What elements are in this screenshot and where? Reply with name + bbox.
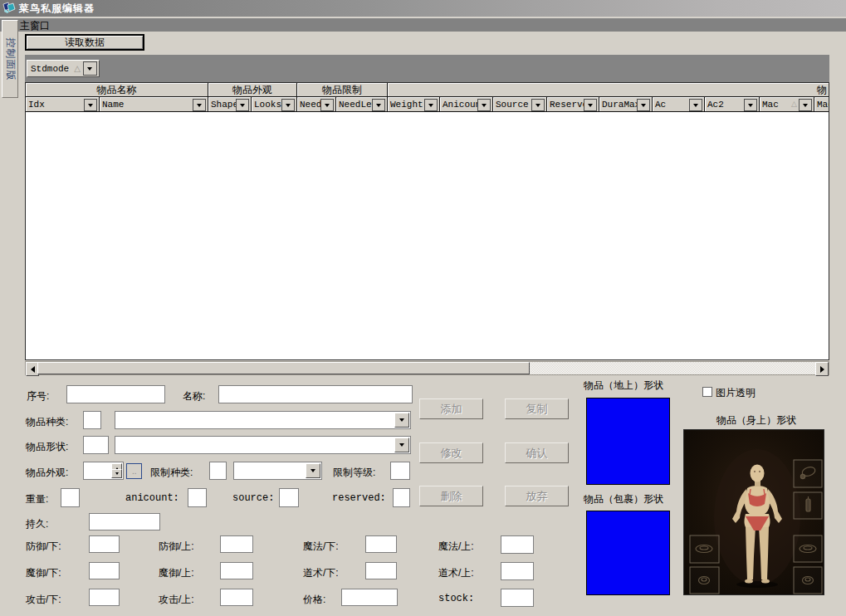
reserved-input[interactable] — [393, 488, 410, 507]
group-header-item-name[interactable]: 物品名称 — [26, 83, 208, 97]
column-filter-button[interactable] — [84, 99, 97, 111]
column-filter-button[interactable] — [689, 99, 702, 111]
browse-button[interactable]: .. — [126, 463, 142, 479]
stdmode-dropdown-button[interactable] — [83, 61, 97, 76]
column-header-weight-6[interactable]: Weight — [388, 97, 440, 112]
copy-button[interactable]: 复制 — [505, 398, 569, 419]
column-header-anicoun-7[interactable]: Anicoun — [440, 97, 493, 112]
column-filter-button[interactable] — [193, 99, 206, 111]
category-combobox[interactable] — [115, 411, 411, 429]
column-header-source-8[interactable]: Source — [493, 97, 547, 112]
category-combo-arrow[interactable] — [394, 413, 409, 428]
grid-body[interactable] — [26, 112, 829, 359]
confirm-button[interactable]: 确认 — [505, 442, 569, 463]
mac-low-input[interactable] — [89, 562, 120, 579]
ac-low-input[interactable] — [89, 535, 120, 553]
sort-ascending-icon: △ — [791, 100, 797, 108]
magic-high-input[interactable] — [501, 535, 534, 554]
need-code-input[interactable] — [209, 462, 227, 480]
ac-high-input[interactable] — [220, 535, 253, 553]
column-header-needlev-5[interactable]: NeedLev — [336, 97, 388, 112]
group-header-item-looks[interactable]: 物品外观 — [208, 83, 297, 97]
read-data-button[interactable]: 读取数据 — [25, 34, 144, 51]
shape-combo-arrow[interactable] — [394, 438, 409, 452]
column-header-ac2-12[interactable]: Ac2 — [705, 97, 760, 112]
column-filter-button[interactable] — [424, 99, 438, 111]
menu-main-window[interactable]: 主窗口 — [20, 19, 50, 33]
transparent-checkbox[interactable] — [702, 387, 712, 397]
name-input[interactable] — [218, 385, 413, 403]
horizontal-scrollbar[interactable] — [25, 361, 829, 375]
dropdown-arrow-icon — [197, 104, 202, 110]
shape-combobox[interactable] — [115, 436, 411, 454]
column-filter-button[interactable] — [744, 99, 757, 111]
column-filter-button[interactable] — [799, 99, 812, 111]
column-label: Source — [496, 100, 529, 110]
add-button[interactable]: 添加 — [419, 398, 483, 419]
spinner-down-button[interactable] — [111, 469, 122, 478]
mac-low-label: 魔御/下: — [26, 566, 61, 580]
magic-low-input[interactable] — [365, 535, 397, 553]
column-header-name-1[interactable]: Name — [100, 97, 208, 112]
category-label: 物品种类: — [26, 415, 68, 429]
group-header-item-limit[interactable]: 物品限制 — [297, 83, 388, 97]
delete-button[interactable]: 删除 — [419, 486, 483, 506]
modify-button[interactable]: 修改 — [419, 442, 483, 463]
body-preview-image — [683, 429, 824, 595]
column-header-duramax-10[interactable]: DuraMax — [599, 97, 653, 112]
necklace-slot — [794, 460, 822, 487]
column-header-mac-13[interactable]: Mac△ — [760, 97, 814, 112]
price-input[interactable] — [341, 589, 398, 606]
weight-input[interactable] — [61, 488, 80, 507]
looks-spinner[interactable] — [83, 462, 124, 480]
stock-input[interactable] — [501, 589, 534, 607]
source-input[interactable] — [279, 488, 299, 507]
menu-bar: 主窗口 — [0, 17, 846, 32]
dropdown-arrow-icon — [87, 67, 92, 73]
reserved-label: reserved: — [332, 492, 386, 504]
column-header-ac-11[interactable]: Ac — [653, 97, 705, 112]
transparent-checkbox-label: 图片透明 — [716, 386, 756, 400]
discard-button[interactable]: 放弃 — [505, 486, 569, 506]
column-filter-button[interactable] — [372, 99, 385, 111]
idx-label: 序号: — [27, 389, 49, 403]
scrollbar-thumb[interactable] — [37, 362, 530, 374]
scroll-right-button[interactable] — [815, 362, 829, 376]
attack-low-input[interactable] — [89, 589, 120, 606]
column-filter-button[interactable] — [531, 99, 545, 111]
dropdown-arrow-icon — [428, 104, 433, 110]
column-filter-button[interactable] — [320, 99, 334, 111]
column-header-reserve-9[interactable]: Reserve — [547, 97, 599, 112]
needlevel-input[interactable] — [390, 462, 410, 480]
need-combobox[interactable] — [233, 462, 322, 480]
mac-high-input[interactable] — [220, 562, 253, 579]
bag-preview-label: 物品（包裹）形状 — [584, 492, 663, 506]
column-filter-button[interactable] — [477, 99, 491, 111]
dropdown-arrow-icon — [311, 469, 315, 475]
column-header-mac-14[interactable]: Mac — [814, 97, 829, 112]
anicount-input[interactable] — [188, 488, 207, 507]
duramax-input[interactable] — [89, 513, 160, 530]
taoist-high-input[interactable] — [501, 562, 534, 580]
column-filter-button[interactable] — [236, 99, 249, 111]
dropdown-arrow-icon — [286, 104, 291, 110]
need-combo-arrow[interactable] — [306, 463, 320, 478]
attack-high-input[interactable] — [220, 589, 253, 606]
taoist-low-input[interactable] — [365, 562, 397, 579]
column-header-idx-0[interactable]: Idx — [26, 97, 100, 112]
column-header-shape-2[interactable]: Shape — [208, 97, 252, 112]
shape-code-input[interactable] — [83, 436, 109, 454]
group-header-item-attrs[interactable]: 物 — [388, 83, 829, 97]
items-grid: 物品名称 物品外观 物品限制 物 IdxNameShapeLooksNeedNe… — [25, 82, 829, 360]
column-label: Reserve — [550, 100, 588, 110]
column-filter-button[interactable] — [584, 99, 597, 111]
column-header-looks-3[interactable]: Looks — [252, 97, 297, 112]
tab-control-panel[interactable]: 控制面版 — [2, 20, 18, 98]
idx-input[interactable] — [66, 385, 165, 403]
column-header-need-4[interactable]: Need — [297, 97, 336, 112]
dropdown-arrow-icon — [399, 418, 404, 424]
stdmode-field-button[interactable]: Stdmode △ — [27, 60, 100, 77]
column-filter-button[interactable] — [281, 99, 295, 111]
category-code-input[interactable] — [83, 411, 101, 429]
column-filter-button[interactable] — [637, 99, 650, 111]
